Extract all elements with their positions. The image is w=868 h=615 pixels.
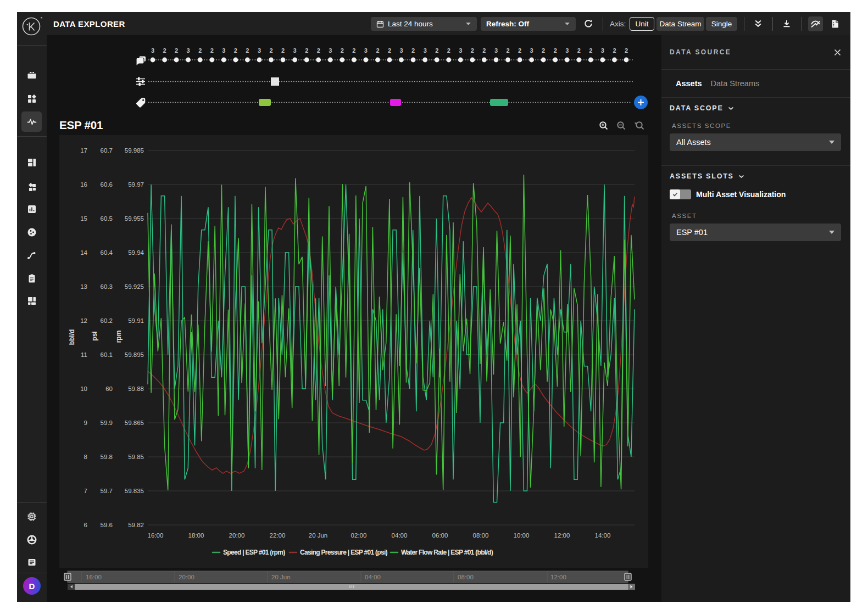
svg-text:20 Jun: 20 Jun [271,574,291,580]
svg-text:3: 3 [329,47,332,54]
svg-text:3: 3 [293,47,297,54]
svg-text:14: 14 [80,249,87,256]
svg-text:60.7: 60.7 [101,147,113,154]
svg-text:2: 2 [482,47,486,54]
svg-text:60.3: 60.3 [101,283,113,290]
svg-text:2: 2 [210,47,214,54]
svg-text:11: 11 [81,351,87,358]
svg-text:20 Jun: 20 Jun [309,532,328,539]
svg-text:04:00: 04:00 [392,532,408,539]
svg-text:8: 8 [84,454,87,460]
svg-text:59.955: 59.955 [125,215,144,222]
svg-text:6: 6 [84,522,87,528]
svg-text:2: 2 [554,47,557,54]
svg-text:59.8: 59.8 [101,454,113,460]
svg-text:2: 2 [447,47,450,54]
svg-text:2: 2 [305,47,308,54]
svg-text:3: 3 [424,47,427,54]
svg-text:60.6: 60.6 [101,181,113,188]
svg-text:3: 3 [364,47,368,54]
svg-text:59.865: 59.865 [125,420,144,426]
svg-text:15: 15 [80,215,87,222]
svg-text:2: 2 [269,47,272,54]
svg-text:2: 2 [506,47,509,54]
svg-text:2: 2 [234,47,237,54]
svg-text:10: 10 [80,385,87,392]
svg-text:3: 3 [565,47,569,54]
svg-text:2: 2 [352,47,355,54]
svg-text:2: 2 [341,47,344,54]
svg-text:2: 2 [411,47,415,54]
svg-text:13: 13 [80,283,87,290]
svg-text:Water Flow Rate | ESP #01 (bbl: Water Flow Rate | ESP #01 (bbl/d) [401,549,493,556]
svg-text:59.91: 59.91 [128,317,144,324]
svg-text:3: 3 [399,47,403,54]
svg-text:2: 2 [388,47,391,54]
svg-text:18:00: 18:00 [188,532,204,539]
svg-text:9: 9 [84,420,87,426]
svg-text:7: 7 [84,488,87,494]
svg-text:60.2: 60.2 [101,317,113,324]
svg-text:04:00: 04:00 [365,574,381,580]
svg-text:59.94: 59.94 [128,249,144,256]
svg-text:2: 2 [163,47,166,54]
svg-text:3: 3 [530,47,533,54]
svg-text:Casing Pressure | ESP #01 (psi: Casing Pressure | ESP #01 (psi) [300,549,388,556]
svg-text:2: 2 [518,47,521,54]
svg-text:2: 2 [317,47,320,54]
svg-text:2: 2 [435,47,438,54]
svg-text:ESP #01: ESP #01 [59,119,103,131]
svg-text:2: 2 [613,47,616,54]
svg-text:2: 2 [198,47,202,54]
svg-text:06:00: 06:00 [432,532,448,539]
svg-text:02:00: 02:00 [351,532,367,539]
svg-text:10:00: 10:00 [514,532,530,539]
svg-text:3: 3 [187,47,190,54]
svg-text:bbl/d: bbl/d [68,329,76,345]
svg-text:3: 3 [459,47,462,54]
svg-text:12: 12 [80,317,87,324]
svg-text:2: 2 [281,47,285,54]
svg-text:59.925: 59.925 [125,283,144,290]
svg-text:12:00: 12:00 [550,574,566,580]
svg-text:16:00: 16:00 [86,574,102,580]
svg-text:3: 3 [151,47,154,54]
svg-text:59.835: 59.835 [125,488,144,494]
svg-text:2: 2 [376,47,379,54]
svg-text:Speed | ESP #01 (rpm): Speed | ESP #01 (rpm) [223,549,285,556]
svg-text:2: 2 [589,47,592,54]
svg-text:16:00: 16:00 [148,532,164,539]
svg-text:59.895: 59.895 [125,351,144,358]
svg-text:59.6: 59.6 [101,522,113,528]
svg-text:psi: psi [91,331,98,340]
svg-text:16: 16 [80,181,87,188]
svg-text:rpm: rpm [115,331,123,343]
svg-text:3: 3 [494,47,498,54]
svg-text:59.985: 59.985 [125,147,144,154]
svg-text:12:00: 12:00 [554,532,570,539]
svg-text:59.88: 59.88 [128,385,144,392]
svg-text:08:00: 08:00 [458,574,474,580]
svg-text:2: 2 [542,47,545,54]
svg-text:60: 60 [105,385,113,392]
svg-text:60.5: 60.5 [101,215,113,222]
svg-text:2: 2 [246,47,249,54]
svg-text:59.9: 59.9 [101,420,113,426]
svg-text:14:00: 14:00 [595,532,611,539]
svg-text:60.4: 60.4 [101,249,113,256]
svg-text:59.7: 59.7 [101,488,113,494]
svg-text:2: 2 [625,47,628,54]
svg-text:3: 3 [258,47,261,54]
svg-text:3: 3 [222,47,225,54]
svg-text:20:00: 20:00 [179,574,194,580]
svg-text:22:00: 22:00 [270,532,286,539]
svg-text:3: 3 [601,47,604,54]
svg-text:2: 2 [577,47,581,54]
svg-text:17: 17 [80,147,87,154]
svg-text:20:00: 20:00 [229,532,245,539]
svg-text:59.82: 59.82 [128,522,144,528]
svg-text:2: 2 [471,47,474,54]
svg-text:59.97: 59.97 [128,181,144,188]
svg-text:59.85: 59.85 [128,454,144,460]
svg-text:2: 2 [175,47,178,54]
